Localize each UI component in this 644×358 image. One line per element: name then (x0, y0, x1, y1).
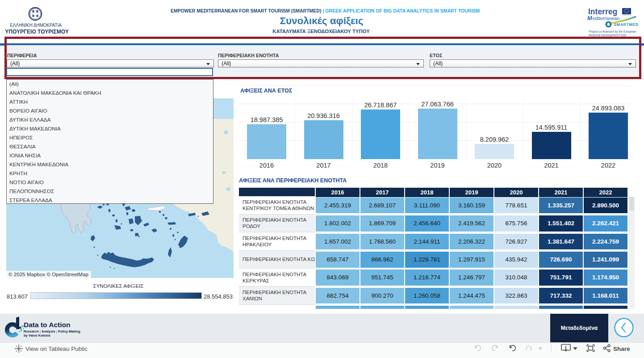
svg-text:SMARTMED: SMARTMED (614, 22, 639, 27)
svg-text:M: M (587, 15, 592, 21)
svg-text:© 2025 Mapbox © OpenStreetMap: © 2025 Mapbox © OpenStreetMap (8, 271, 88, 277)
svg-text:Data to Action: Data to Action (24, 321, 70, 329)
svg-text:Regional Development Fund: Regional Development Fund (589, 34, 626, 37)
svg-text:Research | Analysis | Policy M: Research | Analysis | Policy Making (24, 329, 80, 333)
svg-text:editerranean: editerranean (593, 16, 620, 21)
svg-text:Project co-financed by the Eur: Project co-financed by the European (589, 30, 636, 34)
svg-text:Interreg: Interreg (588, 7, 617, 16)
svg-text:by Vaios Kotsios: by Vaios Kotsios (24, 333, 50, 337)
